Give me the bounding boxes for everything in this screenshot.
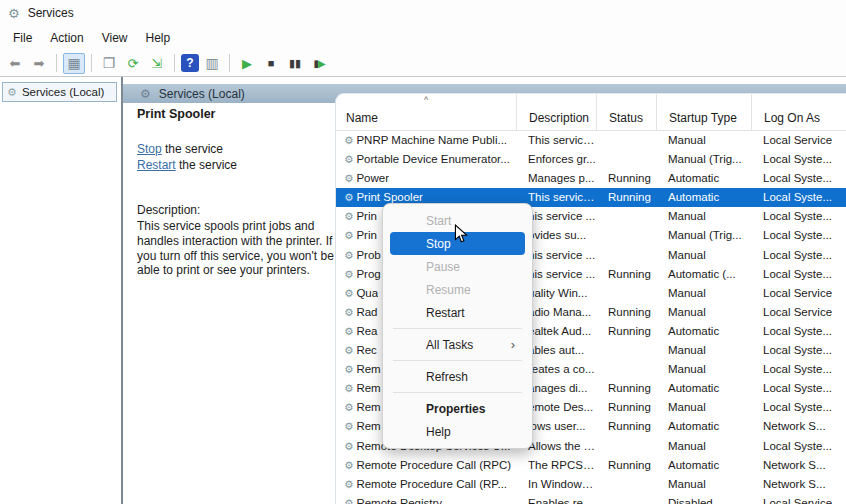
restart-service-icon[interactable]: ▮▶ [308,53,330,74]
service-description-cell: The RPCSS s... [516,456,596,475]
pane-header-title: Services (Local) [159,87,245,101]
service-logon-cell: Local Service [751,131,846,150]
service-startup-cell: Automatic [656,456,751,475]
show-console-tree-icon[interactable]: ▦ [63,53,85,74]
back-icon[interactable]: ⬅ [4,53,26,74]
service-name-cell: ⚙Portable Device Enumerator... [336,150,516,169]
service-name-cell: ⚙Remote Procedure Call (RPC) [336,456,516,475]
service-name: Prob [356,246,380,265]
column-header-name[interactable]: Name^ [336,94,516,130]
service-status-cell: Running [596,398,656,417]
restart-service-link[interactable]: Restart [137,158,176,172]
table-row[interactable]: ⚙PowerManages p...RunningAutomaticLocal … [336,169,846,188]
service-logon-cell: Local Syste... [751,207,846,226]
service-startup-cell: Manual [656,475,751,494]
column-header-startup-type[interactable]: Startup Type [656,94,751,130]
console-tree: ⚙ Services (Local) [0,77,121,504]
context-menu-item-properties[interactable]: Properties [390,397,525,420]
toolbar-separator [174,54,175,72]
menu-action[interactable]: Action [41,28,92,48]
restart-service-line: Restart the service [137,157,237,173]
service-status-cell: Running [596,379,656,398]
table-row[interactable]: ⚙Remote RegistryEnables rem...DisabledLo… [336,494,846,504]
selected-service-title: Print Spooler [137,107,215,121]
service-status-cell [596,150,656,169]
toolbar-separator [229,54,230,72]
context-menu-separator [393,328,522,329]
service-gear-icon: ⚙ [344,131,353,150]
service-status-cell [596,284,656,303]
service-name: Remote Procedure Call (RPC) [356,456,511,475]
table-row[interactable]: ⚙Remote Procedure Call (RPC)The RPCSS s.… [336,456,846,475]
service-name: Rec [356,341,376,360]
mouse-cursor [452,224,470,244]
service-status-cell [596,207,656,226]
service-name: Rem [356,417,380,436]
toolbar-separator [91,54,92,72]
service-status-cell [596,437,656,456]
service-status-cell [596,475,656,494]
help-icon[interactable]: ? [181,54,199,72]
table-row[interactable]: ⚙Remote Procedure Call (RP...In Windows.… [336,475,846,494]
service-status-cell [596,494,656,504]
description-label: Description: [137,203,200,217]
service-status-cell [596,226,656,245]
service-logon-cell: Local Syste... [751,322,846,341]
forward-icon[interactable]: ➡ [28,53,50,74]
service-gear-icon: ⚙ [344,188,353,207]
service-logon-cell: Local Service [751,494,846,504]
service-gear-icon: ⚙ [344,398,353,417]
service-startup-cell: Automatic [656,322,751,341]
service-name: Rem [356,360,380,379]
export-list-icon[interactable]: ⇲ [146,53,168,74]
table-row[interactable]: ⚙Portable Device Enumerator...Enforces g… [336,150,846,169]
restart-service-icon-play: ▶ [318,58,325,69]
context-menu-item-help[interactable]: Help [390,420,525,443]
start-service-icon[interactable]: ▶ [236,53,258,74]
context-menu-item-all-tasks[interactable]: All Tasks› [390,333,525,356]
service-gear-icon: ⚙ [344,322,353,341]
column-header-status[interactable]: Status [596,94,656,130]
title-bar: ⚙ Services [0,0,846,26]
stop-service-icon[interactable]: ■ [260,53,282,74]
restart-service-suffix: the service [176,158,237,172]
service-gear-icon: ⚙ [344,475,353,494]
extended-view-icon[interactable]: ▥ [201,53,223,74]
service-startup-cell: Manual [656,131,751,150]
service-name-cell: ⚙Remote Registry [336,494,516,504]
service-name: Remote Registry [356,494,442,504]
service-gear-icon: ⚙ [344,169,353,188]
pause-service-icon[interactable]: ▮▮ [284,53,306,74]
service-logon-cell: Local Syste... [751,341,846,360]
service-startup-cell: Manual (Trig... [656,150,751,169]
table-row[interactable]: ⚙PNRP Machine Name Publi...This service … [336,131,846,150]
column-header-log-on-as[interactable]: Log On As [751,94,846,130]
service-name: PNRP Machine Name Publi... [356,131,507,150]
service-startup-cell: Manual [656,303,751,322]
menu-help[interactable]: Help [137,28,180,48]
service-gear-icon: ⚙ [344,417,353,436]
service-name: Prog [356,265,380,284]
service-startup-cell: Manual [656,437,751,456]
service-status-cell [596,360,656,379]
service-startup-cell: Manual [656,284,751,303]
tree-item-services-local[interactable]: ⚙ Services (Local) [2,82,117,102]
context-menu-item-restart[interactable]: Restart [390,301,525,324]
pane-divider[interactable] [121,77,123,504]
service-logon-cell: Network S... [751,417,846,436]
stop-service-suffix: the service [162,142,223,156]
service-startup-cell: Automatic [656,188,751,207]
context-menu-item-refresh[interactable]: Refresh [390,365,525,388]
column-header-description[interactable]: Description [516,94,596,130]
refresh-icon[interactable]: ⟳ [122,53,144,74]
service-gear-icon: ⚙ [344,284,353,303]
service-logon-cell: Local Syste... [751,379,846,398]
stop-service-link[interactable]: Stop [137,142,162,156]
properties-window-icon[interactable]: ❐ [98,53,120,74]
service-gear-icon: ⚙ [344,226,353,245]
menu-file[interactable]: File [4,28,41,48]
service-logon-cell: Local Syste... [751,188,846,207]
service-status-cell: Running [596,303,656,322]
service-startup-cell: Manual [656,398,751,417]
menu-view[interactable]: View [93,28,137,48]
